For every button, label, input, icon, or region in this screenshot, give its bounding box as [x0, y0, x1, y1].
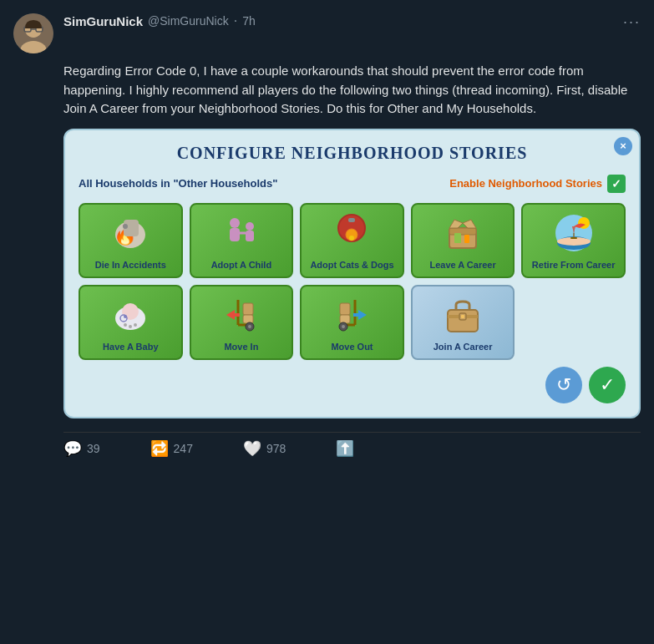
like-action[interactable]: 🤍 978 — [243, 439, 286, 458]
tweet-header: SimGuruNick @SimGuruNick · 7h ··· — [13, 13, 641, 53]
tweet-user-info: SimGuruNick @SimGuruNick · 7h — [63, 13, 613, 28]
game-panel-footer: ↺ ✓ — [79, 367, 626, 403]
svg-rect-12 — [230, 228, 240, 241]
adopt-cats-dogs-label: Adopt Cats & Dogs — [310, 260, 393, 271]
tweet-handle[interactable]: @SimGuruNick — [148, 14, 229, 28]
svg-point-37 — [134, 323, 137, 327]
grid-item-adopt-cats-dogs[interactable]: Adopt Cats & Dogs — [300, 203, 404, 278]
game-panel-subtitle-row: All Households in "Other Households" Ena… — [79, 175, 626, 193]
like-count: 978 — [266, 442, 286, 455]
grid-item-leave-a-career[interactable]: Leave A Career — [411, 203, 515, 278]
grid-item-move-in[interactable]: Move In — [190, 285, 294, 360]
grid-item-retire-from-career[interactable]: Retire From Career — [521, 203, 626, 278]
retire-from-career-icon — [550, 210, 597, 256]
have-a-baby-icon — [107, 292, 154, 338]
reply-count: 39 — [87, 442, 100, 455]
svg-rect-29 — [570, 237, 577, 239]
move-out-icon — [328, 292, 375, 338]
svg-point-35 — [124, 323, 127, 327]
game-panel: × Configure Neighborhood Stories All Hou… — [63, 129, 641, 418]
confirm-button[interactable]: ✓ — [589, 367, 626, 403]
retire-from-career-label: Retire From Career — [532, 260, 616, 271]
grid-item-die-in-accidents[interactable]: 🔥 Die In Accidents — [79, 203, 183, 278]
enable-row: Enable Neighborhood Stories ✓ — [449, 175, 626, 193]
tweet-actions: 💬 39 🔁 247 🤍 978 ⬆️ — [63, 432, 641, 458]
svg-rect-19 — [348, 218, 355, 222]
avatar — [13, 13, 53, 53]
join-a-career-label: Join A Career — [433, 342, 493, 352]
move-in-icon — [218, 292, 265, 338]
grid-item-have-a-baby[interactable]: Have A Baby — [79, 285, 183, 360]
adopt-a-child-icon — [218, 210, 265, 256]
svg-rect-39 — [243, 315, 253, 323]
like-icon: 🤍 — [243, 439, 261, 458]
grid-items-row2: Have A Baby — [79, 285, 626, 360]
svg-rect-53 — [461, 315, 464, 318]
retweet-icon: 🔁 — [150, 439, 169, 458]
reset-button[interactable]: ↺ — [545, 367, 582, 403]
reply-action[interactable]: 💬 39 — [63, 439, 100, 458]
svg-point-10 — [123, 224, 128, 229]
tweet-text: Regarding Error Code 0, I have a couple … — [63, 62, 641, 119]
svg-point-11 — [230, 218, 240, 228]
reply-icon: 💬 — [63, 439, 82, 458]
share-icon: ⬆️ — [336, 439, 354, 458]
die-in-accidents-icon: 🔥 — [107, 210, 154, 256]
svg-point-18 — [349, 236, 354, 241]
svg-rect-21 — [449, 228, 476, 235]
tweet-time: 7h — [242, 14, 256, 28]
game-panel-title: Configure Neighborhood Stories — [79, 144, 626, 163]
tweet-menu-button[interactable]: ··· — [623, 13, 641, 31]
grid-item-move-out[interactable]: Move Out — [300, 285, 404, 360]
retweet-action[interactable]: 🔁 247 — [150, 439, 193, 458]
grid-item-adopt-a-child[interactable]: Adopt A Child — [190, 203, 294, 278]
move-in-label: Move In — [224, 342, 258, 352]
adopt-cats-dogs-icon — [328, 210, 375, 256]
svg-point-13 — [246, 222, 254, 231]
svg-point-34 — [124, 315, 127, 318]
svg-rect-45 — [340, 315, 350, 323]
move-out-label: Move Out — [331, 342, 373, 352]
svg-point-36 — [129, 325, 132, 328]
leave-a-career-label: Leave A Career — [429, 260, 495, 271]
svg-rect-38 — [243, 303, 253, 315]
enable-label: Enable Neighborhood Stories — [449, 177, 602, 190]
game-panel-subtitle: All Households in "Other Households" — [79, 177, 277, 190]
tweet-name-row: SimGuruNick @SimGuruNick · 7h — [63, 13, 613, 28]
share-action[interactable]: ⬆️ — [336, 439, 354, 458]
have-a-baby-label: Have A Baby — [103, 342, 158, 352]
game-panel-wrapper: × Configure Neighborhood Stories All Hou… — [63, 129, 641, 418]
tweet-separator: · — [234, 13, 237, 28]
svg-rect-22 — [454, 233, 461, 243]
join-a-career-icon — [439, 292, 486, 338]
svg-rect-23 — [464, 235, 469, 243]
grid-items-row1: 🔥 Die In Accidents — [79, 203, 626, 278]
enable-checkbox[interactable]: ✓ — [607, 175, 626, 193]
grid-item-join-a-career[interactable]: Join A Career — [411, 285, 515, 360]
svg-point-43 — [248, 325, 251, 328]
close-button[interactable]: × — [614, 137, 632, 155]
die-in-accidents-label: Die In Accidents — [95, 260, 166, 271]
tweet-display-name[interactable]: SimGuruNick — [63, 14, 143, 28]
svg-point-49 — [342, 325, 345, 328]
adopt-a-child-label: Adopt A Child — [211, 260, 272, 271]
leave-a-career-icon — [439, 210, 486, 256]
svg-rect-44 — [340, 303, 350, 315]
retweet-count: 247 — [174, 442, 193, 455]
svg-rect-14 — [246, 231, 254, 241]
